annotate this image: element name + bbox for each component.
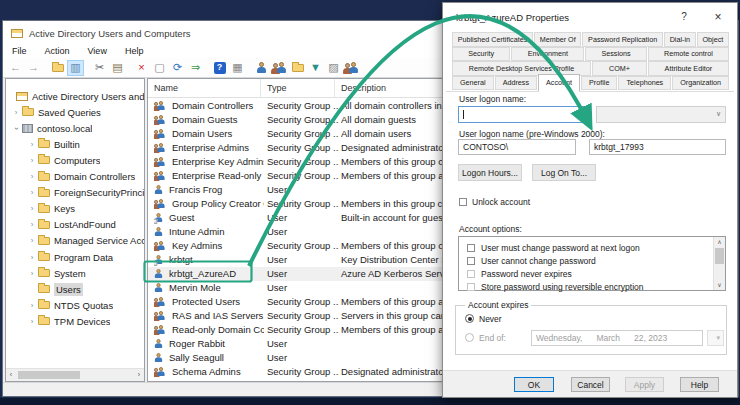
tab-profile[interactable]: Profile: [581, 76, 617, 91]
forward-icon[interactable]: →: [25, 60, 42, 76]
tree-item-foreignsecurityprincipals[interactable]: ›ForeignSecurityPrincipals: [6, 185, 144, 201]
chevron-right-icon[interactable]: ›: [12, 124, 21, 132]
show-console-tree-icon[interactable]: ▥: [67, 60, 84, 76]
apply-button[interactable]: Apply: [625, 377, 664, 392]
new-group-icon[interactable]: [271, 60, 288, 76]
pre2000-name-input[interactable]: krbtgt_17993: [589, 139, 726, 155]
tree-item-domain-controllers[interactable]: ›Domain Controllers: [6, 169, 144, 185]
scroll-up-icon[interactable]: ∧: [714, 237, 725, 247]
chevron-right-icon[interactable]: ›: [28, 140, 36, 149]
cut-icon[interactable]: ✂: [91, 60, 108, 76]
back-icon[interactable]: ←: [7, 60, 24, 76]
properties-icon[interactable]: ▢: [151, 60, 168, 76]
chevron-right-icon[interactable]: ›: [28, 172, 36, 181]
tab-com[interactable]: COM+: [592, 61, 647, 76]
chevron-right-icon[interactable]: ›: [28, 301, 36, 310]
chevron-right-icon[interactable]: ›: [28, 220, 36, 229]
tree-item-users[interactable]: Users: [6, 281, 144, 297]
chevron-right-icon[interactable]: ›: [28, 188, 36, 197]
tab-environment[interactable]: Environment: [511, 47, 584, 62]
upn-suffix-dropdown[interactable]: ∨: [596, 106, 726, 123]
expires-end-of-radio[interactable]: [465, 333, 474, 342]
checkbox-icon[interactable]: [467, 244, 475, 252]
chevron-right-icon[interactable]: ›: [28, 253, 36, 262]
user-logon-name-input[interactable]: [458, 106, 590, 123]
option-user-must-change-password-at-next-logon[interactable]: User must change password at next logon: [459, 241, 713, 254]
scroll-left-icon[interactable]: ‹: [6, 369, 16, 381]
refresh-icon[interactable]: ⟳: [169, 60, 186, 76]
tree-item-tpm-devices[interactable]: ›TPM Devices: [6, 313, 144, 329]
column-header-type[interactable]: Type: [261, 79, 335, 97]
menu-file[interactable]: File: [3, 45, 36, 58]
option-user-cannot-change-password[interactable]: User cannot change password: [459, 254, 713, 267]
pre2000-domain-input[interactable]: CONTOSO\: [458, 139, 576, 155]
tab-remote-control[interactable]: Remote control: [648, 47, 729, 62]
tree-item-ntds-quotas[interactable]: ›NTDS Quotas: [6, 297, 144, 313]
help-icon[interactable]: ?: [211, 60, 228, 76]
tree-item-builtin[interactable]: ›Builtin: [6, 136, 144, 152]
delegate-icon[interactable]: [343, 60, 360, 76]
tab-address[interactable]: Address: [495, 76, 537, 91]
menu-help[interactable]: Help: [116, 45, 153, 58]
scroll-down-icon[interactable]: ∨: [714, 280, 725, 290]
tab-attribute-editor[interactable]: Attribute Editor: [648, 61, 729, 76]
tree-item-computers[interactable]: ›Computers: [6, 152, 144, 168]
options-scrollbar[interactable]: ∧ ∨: [713, 237, 725, 290]
tree-horizontal-scrollbar[interactable]: ‹ ›: [6, 368, 144, 381]
option-password-never-expires[interactable]: Password never expires: [459, 267, 713, 280]
scrollbar-thumb[interactable]: [18, 371, 80, 379]
dialog-help-button[interactable]: ?: [669, 3, 699, 31]
filter-icon[interactable]: ▼: [307, 60, 324, 76]
expiry-date-field[interactable]: Wednesday,March22, 2023: [531, 330, 703, 346]
tree-item-contoso-local[interactable]: ›contoso.local: [6, 120, 144, 136]
new-user-icon[interactable]: [253, 60, 270, 76]
scrollbar-thumb[interactable]: [715, 248, 724, 264]
checkbox-icon[interactable]: [467, 270, 475, 278]
tab-general[interactable]: General: [452, 76, 494, 91]
tree-item-program-data[interactable]: ›Program Data: [6, 249, 144, 265]
tree-item-system[interactable]: ›System: [6, 265, 144, 281]
logon-hours-button[interactable]: Logon Hours...: [458, 164, 522, 181]
tree-item-lostandfound[interactable]: ›LostAndFound: [6, 217, 144, 233]
chevron-right-icon[interactable]: ›: [28, 269, 36, 278]
tab-member-of[interactable]: Member Of: [534, 32, 581, 47]
new-window-icon[interactable]: ▨: [325, 60, 342, 76]
unlock-account-checkbox[interactable]: [459, 198, 467, 206]
cancel-button[interactable]: Cancel: [571, 377, 610, 392]
open-folder-icon[interactable]: [49, 60, 66, 76]
tab-account[interactable]: Account: [538, 74, 580, 92]
tab-sessions[interactable]: Sessions: [585, 47, 647, 62]
menu-view[interactable]: View: [79, 45, 116, 58]
scroll-right-icon[interactable]: ›: [134, 369, 144, 381]
new-ou-icon[interactable]: [289, 60, 306, 76]
checkbox-icon[interactable]: [467, 257, 475, 265]
delete-icon[interactable]: ×: [133, 60, 150, 76]
dialog-close-button[interactable]: ×: [703, 3, 733, 31]
tab-object[interactable]: Object: [697, 32, 729, 47]
help-button[interactable]: Help: [680, 377, 719, 392]
menu-action[interactable]: Action: [36, 45, 79, 58]
tree-item-keys[interactable]: ›Keys: [6, 201, 144, 217]
window-list-icon[interactable]: ▦: [229, 60, 246, 76]
option-store-password-using-reversible-encryption[interactable]: Store password using reversible encrypti…: [459, 280, 713, 293]
chevron-right-icon[interactable]: ›: [12, 108, 20, 117]
export-list-icon[interactable]: ⇒: [187, 60, 204, 76]
chevron-right-icon[interactable]: ›: [28, 204, 36, 213]
tab-organization[interactable]: Organization: [672, 76, 729, 91]
expires-never-radio[interactable]: [465, 314, 474, 323]
checkbox-icon[interactable]: [467, 283, 475, 291]
tab-published-certificates[interactable]: Published Certificates: [452, 32, 533, 47]
chevron-right-icon[interactable]: ›: [28, 317, 36, 326]
chevron-right-icon[interactable]: ›: [28, 236, 36, 245]
column-header-name[interactable]: Name: [148, 79, 261, 97]
tab-dial-in[interactable]: Dial-in: [664, 32, 696, 47]
tree-item-active-directory-users-and-comp[interactable]: Active Directory Users and Comp: [6, 88, 144, 104]
paste-icon[interactable]: ▤: [109, 60, 126, 76]
tree-item-managed-service-account[interactable]: ›Managed Service Account: [6, 233, 144, 249]
chevron-right-icon[interactable]: ›: [28, 156, 36, 165]
tab-password-replication[interactable]: Password Replication: [582, 32, 663, 47]
date-picker-dropdown[interactable]: ▾: [707, 330, 724, 346]
ok-button[interactable]: OK: [514, 377, 554, 392]
tab-security[interactable]: Security: [452, 47, 510, 62]
log-on-to-button[interactable]: Log On To...: [532, 164, 596, 181]
